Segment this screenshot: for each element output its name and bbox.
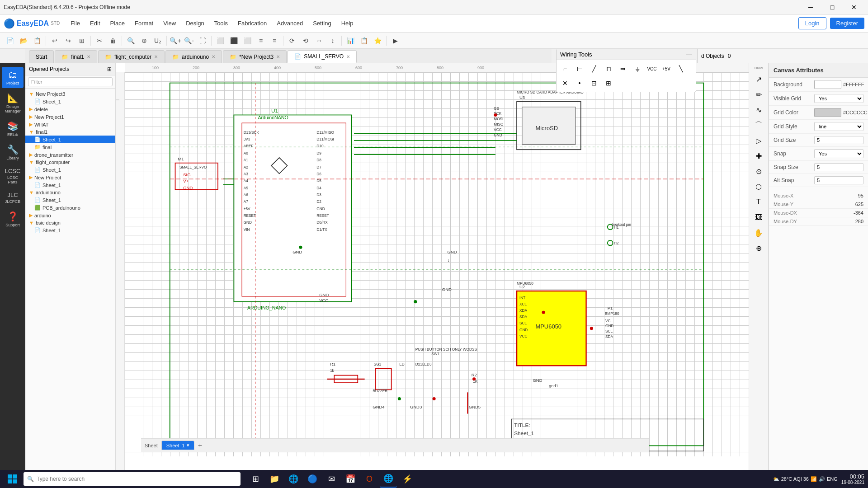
sheet-add-button[interactable]: + [196,441,204,450]
volume-icon[interactable]: 🔊 [819,476,825,482]
system-clock[interactable]: 00:05 19-08-2021 [841,473,864,485]
sheet-tab-1[interactable]: Sheet_1 ▾ [161,441,194,450]
grid-size-input[interactable] [814,136,863,144]
tb-undo[interactable]: ↩ [48,34,61,47]
canvas-content[interactable]: U1 ArduinoNANO D13/SCK 3V3 AREF A0 A1 A2… [125,72,749,456]
taskbar-chrome[interactable]: 🔵 [304,470,321,488]
tb-simulate[interactable]: ▶ [389,34,401,47]
taskbar-easyeda[interactable]: ⚡ [399,470,416,488]
attr-grid-style-value[interactable]: line dot [814,122,863,131]
tree-sheet1-np[interactable]: 📄 Sheet_1 [25,181,115,189]
menu-help[interactable]: Help [337,17,358,29]
tb-net[interactable]: U₂ [151,34,164,47]
visible-grid-select[interactable]: Yes No [814,94,863,103]
taskbar-mail[interactable]: ✉ [323,470,340,488]
attr-grid-color-value[interactable]: #CCCCCC [814,108,868,117]
tab-arduinouno[interactable]: 📁 arduinouno ✕ [165,50,222,63]
tb-distribute-h[interactable]: ≡ [255,34,267,47]
draw-pencil[interactable]: ✏ [750,87,767,102]
wt-block[interactable]: ⊞ [602,76,615,90]
minimize-button[interactable]: ─ [800,0,821,14]
tab-start[interactable]: Start [29,50,54,63]
menu-format[interactable]: Format [130,17,158,29]
tb-rotate-ccw[interactable]: ⟲ [299,34,312,47]
tree-bsic[interactable]: ▼ bsic design [25,219,115,226]
tree-sheet1-final1[interactable]: 📄 Sheet_1 [25,136,115,143]
taskbar-calendar[interactable]: 📅 [342,470,359,488]
tree-new-project[interactable]: ▶ New Project [25,174,115,181]
sidebar-item-library[interactable]: 🔧 Library [2,141,24,163]
tree-pcb-arduino[interactable]: 🟩 PCB_arduinouno [25,204,115,211]
tb-cut[interactable]: ✂ [93,34,106,47]
attr-alt-snap-value[interactable] [814,176,863,184]
wt-junction[interactable]: • [573,76,586,90]
draw-select[interactable]: ↗ [750,72,767,86]
tb-align-left[interactable]: ⬜ [214,34,226,47]
tb-zoomout[interactable]: 🔍- [183,34,195,47]
draw-circle[interactable]: ⊙ [750,164,767,178]
attr-snap-value[interactable]: Yes No [814,149,863,158]
grid-color-swatch[interactable] [814,108,841,117]
attr-visible-grid-value[interactable]: Yes No [814,94,863,103]
tab-newproj-close[interactable]: ✕ [276,54,280,59]
snap-size-input[interactable] [814,163,863,171]
tb-rotate-cw[interactable]: ⟳ [286,34,298,47]
wiring-tools-close[interactable]: — [686,51,692,58]
tb-new[interactable]: 📄 [4,34,16,47]
taskbar-office[interactable]: O [361,470,378,488]
wt-gnd[interactable]: ⏚ [631,62,644,75]
tree-sheet1-flight[interactable]: 📄 Sheet_1 [25,166,115,174]
tab-final1-close[interactable]: ✕ [87,54,90,59]
tb-align-center[interactable]: ⬛ [227,34,240,47]
taskbar-browser-active[interactable]: 🌐 [380,470,397,488]
draw-arc[interactable]: ⌒ [750,118,767,132]
wt-netport[interactable]: ⇒ [616,62,630,75]
tb-open[interactable]: 📂 [17,34,30,47]
draw-hex[interactable]: ⬡ [750,179,767,194]
tree-arduinouno[interactable]: ▼ arduinouno [25,189,115,196]
draw-wire[interactable]: ∿ [750,103,767,117]
tb-flip-h[interactable]: ↔ [313,34,326,47]
alt-snap-input[interactable] [814,176,863,184]
taskbar-edge[interactable]: 🌐 [285,470,302,488]
attr-snap-size-value[interactable] [814,163,863,171]
sidebar-item-support[interactable]: ❓ Support [2,208,24,230]
menu-advanced[interactable]: Advanced [272,17,307,29]
wt-netflag[interactable]: ⊓ [602,62,615,75]
draw-image[interactable]: 🖼 [750,210,767,225]
tree-delete[interactable]: ▶ delete [25,105,115,113]
tb-cross[interactable]: ⊕ [138,34,151,47]
tab-flight-close[interactable]: ✕ [154,54,158,59]
sidebar-item-jlcpcb[interactable]: JLC JLCPCB [2,189,24,206]
tab-flight-computer[interactable]: 📁 flight_computer ✕ [98,50,165,63]
snap-select[interactable]: Yes No [814,149,863,158]
attr-background-value[interactable]: #FFFFFF [814,80,864,89]
tree-new-project1[interactable]: ▶ New Project1 [25,113,115,121]
draw-poly[interactable]: ▷ [750,133,767,148]
tb-align-right[interactable]: ⬜ [241,34,254,47]
tab-new-project3[interactable]: 📁 *New Project3 ✕ [223,50,287,63]
menu-edit[interactable]: Edit [85,17,104,29]
menu-tools[interactable]: Tools [210,17,232,29]
tree-new-project3[interactable]: ▼ New Project3 [25,90,115,98]
tb-flip-v[interactable]: ↕ [326,34,339,47]
menu-fabrication[interactable]: Fabrication [233,17,271,29]
tree-sheet1-arduino[interactable]: 📄 Sheet_1 [25,196,115,204]
schematic-background[interactable]: U1 ArduinoNANO D13/SCK 3V3 AREF A0 A1 A2… [125,72,749,456]
tree-what[interactable]: ▶ WHAT [25,121,115,128]
tab-servo-close[interactable]: ✕ [346,54,350,59]
wt-dotdot[interactable]: ⊡ [587,76,601,90]
taskbar-task-view[interactable]: ⊞ [247,470,264,488]
tb-zoomin[interactable]: 🔍+ [169,34,182,47]
tab-small-servo[interactable]: 📄 SMALL_SERVO ✕ [288,50,357,63]
menu-place[interactable]: Place [106,17,130,29]
tree-drone[interactable]: ▶ drone_transmitter [25,151,115,159]
tab-arduino-close[interactable]: ✕ [212,54,215,59]
tb-component[interactable]: ⊞ [75,34,88,47]
tb-star[interactable]: ⭐ [371,34,384,47]
tb-search[interactable]: 🔍 [124,34,137,47]
register-button[interactable]: Register [830,18,864,29]
sidebar-item-eelib[interactable]: 📚 EELib [2,118,24,140]
sidebar-item-design-manager[interactable]: 📐 Design Manager [2,90,24,116]
sidebar-item-project[interactable]: 🗂 Project [2,67,24,88]
